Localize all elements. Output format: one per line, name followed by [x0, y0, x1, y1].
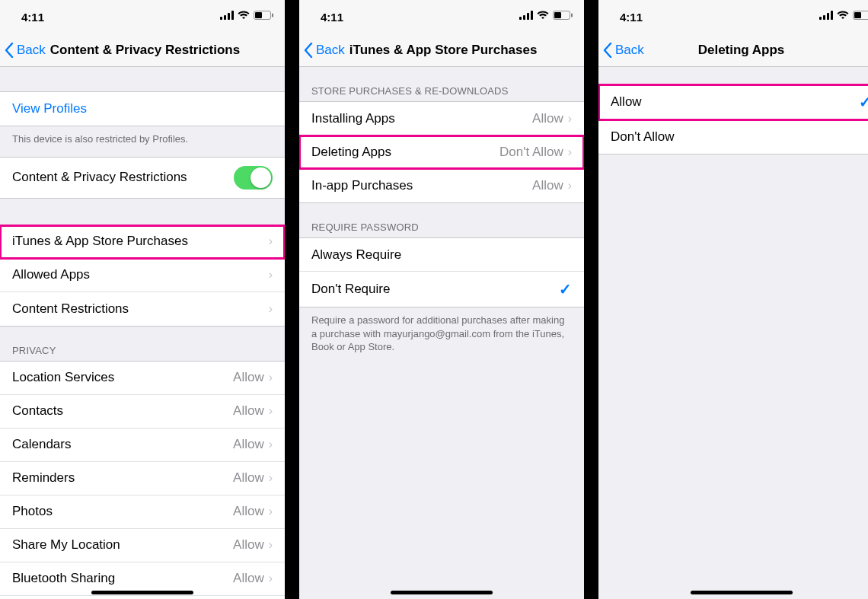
status-time: 4:11: [21, 11, 44, 24]
chevron-right-icon: ›: [269, 472, 273, 484]
chevron-right-icon: ›: [269, 235, 273, 247]
svg-rect-15: [823, 15, 825, 20]
itunes-app-store-row[interactable]: iTunes & App Store Purchases ›: [0, 225, 285, 259]
privacy-row-reminders[interactable]: RemindersAllow›: [0, 462, 285, 495]
svg-rect-10: [531, 11, 533, 20]
chevron-left-icon: [304, 43, 313, 58]
cellular-signal-icon: [519, 11, 533, 20]
privacy-row-contacts[interactable]: ContactsAllow›: [0, 395, 285, 429]
wifi-icon: [837, 11, 849, 20]
screen-content-privacy: 4:11 Back Content & Privacy Restrictions…: [0, 0, 285, 599]
status-bar: 4:11: [0, 0, 285, 33]
svg-rect-7: [519, 17, 522, 20]
chevron-right-icon: ›: [269, 438, 273, 451]
chevron-right-icon: ›: [568, 180, 572, 192]
svg-rect-6: [272, 14, 273, 18]
svg-rect-14: [819, 17, 822, 20]
back-button[interactable]: Back: [299, 43, 345, 58]
privacy-row-share-location[interactable]: Share My LocationAllow›: [0, 529, 285, 562]
privacy-row-calendars[interactable]: CalendarsAllow›: [0, 429, 285, 462]
require-password-header: Require Password: [299, 203, 584, 237]
view-profiles-label: View Profiles: [12, 101, 87, 116]
status-bar: 4:11: [299, 0, 584, 33]
nav-bar: Back Content & Privacy Restrictions: [0, 33, 285, 67]
status-right: [819, 11, 868, 20]
cellular-signal-icon: [819, 11, 833, 20]
chevron-right-icon: ›: [269, 505, 273, 518]
store-purchases-group: Installing Apps Allow › Deleting Apps Do…: [299, 101, 584, 203]
row-label: Allowed Apps: [12, 267, 269, 282]
svg-rect-0: [220, 17, 222, 20]
allow-group: Allow ✓ Don't Allow: [598, 84, 868, 155]
privacy-row-microphone[interactable]: MicrophoneAllow›: [0, 596, 285, 599]
svg-rect-12: [554, 12, 561, 18]
svg-rect-19: [854, 12, 861, 18]
require-password-group: Always Require Don't Require ✓: [299, 237, 584, 307]
chevron-left-icon: [5, 43, 14, 58]
svg-rect-16: [827, 13, 829, 20]
svg-rect-3: [231, 11, 234, 20]
back-label: Back: [316, 43, 345, 58]
status-right: [519, 11, 573, 20]
always-require-row[interactable]: Always Require: [299, 238, 584, 272]
chevron-left-icon: [603, 43, 612, 58]
privacy-row-location[interactable]: Location ServicesAllow›: [0, 362, 285, 395]
nav-title: Content & Privacy Restrictions: [50, 43, 240, 58]
chevron-right-icon: ›: [568, 113, 572, 125]
dont-allow-row[interactable]: Don't Allow: [598, 120, 868, 154]
row-label: Content Restrictions: [12, 301, 269, 317]
screen1-body: View Profiles This device is also restri…: [0, 67, 285, 599]
chevron-right-icon: ›: [269, 405, 273, 417]
allowed-apps-row[interactable]: Allowed Apps ›: [0, 259, 285, 292]
installing-apps-row[interactable]: Installing Apps Allow ›: [299, 102, 584, 135]
allow-row[interactable]: Allow ✓: [598, 84, 868, 120]
profiles-note: This device is also restricted by Profil…: [0, 126, 285, 151]
home-indicator[interactable]: [91, 591, 193, 594]
svg-rect-1: [224, 15, 226, 20]
svg-rect-8: [523, 15, 525, 20]
profiles-group: View Profiles: [0, 91, 285, 126]
chevron-right-icon: ›: [269, 572, 273, 585]
nav-title: iTunes & App Store Purchases: [349, 43, 538, 58]
home-indicator[interactable]: [691, 591, 793, 594]
back-button[interactable]: Back: [598, 43, 644, 58]
svg-rect-9: [527, 13, 529, 20]
svg-rect-2: [228, 13, 230, 20]
status-time: 4:11: [620, 11, 643, 24]
chevron-right-icon: ›: [269, 303, 273, 315]
deleting-apps-row[interactable]: Deleting Apps Don't Allow ›: [299, 135, 584, 169]
privacy-row-photos[interactable]: PhotosAllow›: [0, 495, 285, 529]
back-button[interactable]: Back: [0, 43, 46, 58]
main-toggle-group: Content & Privacy Restrictions: [0, 157, 285, 199]
chevron-right-icon: ›: [269, 269, 273, 281]
svg-rect-13: [571, 14, 573, 18]
screen-itunes-appstore: 4:11 Back iTunes & App Store Purchases S…: [299, 0, 584, 599]
nav-bar: Back iTunes & App Store Purchases: [299, 33, 584, 67]
checkmark-icon: ✓: [559, 280, 572, 298]
svg-rect-5: [255, 12, 262, 18]
home-indicator[interactable]: [391, 591, 493, 594]
row-label: iTunes & App Store Purchases: [12, 234, 269, 249]
toggle-switch[interactable]: [234, 166, 273, 190]
chevron-right-icon: ›: [269, 539, 273, 551]
cellular-signal-icon: [220, 11, 234, 20]
wifi-icon: [537, 11, 549, 20]
chevron-right-icon: ›: [568, 146, 572, 158]
privacy-group: Location ServicesAllow› ContactsAllow› C…: [0, 361, 285, 599]
wifi-icon: [238, 11, 250, 20]
screen2-body: Store Purchases & Re-Downloads Installin…: [299, 67, 584, 358]
back-label: Back: [615, 43, 644, 58]
dont-require-row[interactable]: Don't Require ✓: [299, 272, 584, 307]
nav-bar: Back Deleting Apps: [598, 33, 868, 67]
require-password-footer: Require a password for additional purcha…: [299, 307, 584, 358]
battery-icon: [853, 11, 868, 20]
view-profiles-row[interactable]: View Profiles: [0, 92, 285, 126]
content-restrictions-row[interactable]: Content Restrictions ›: [0, 292, 285, 326]
svg-rect-17: [831, 11, 833, 20]
content-privacy-toggle-row[interactable]: Content & Privacy Restrictions: [0, 158, 285, 198]
screen3-body: Allow ✓ Don't Allow: [598, 67, 868, 155]
screen-deleting-apps: 4:11 Back Deleting Apps Allow ✓ Don't Al…: [598, 0, 868, 599]
battery-icon: [254, 11, 274, 20]
toggle-label: Content & Privacy Restrictions: [12, 170, 234, 185]
inapp-purchases-row[interactable]: In-app Purchases Allow ›: [299, 169, 584, 202]
